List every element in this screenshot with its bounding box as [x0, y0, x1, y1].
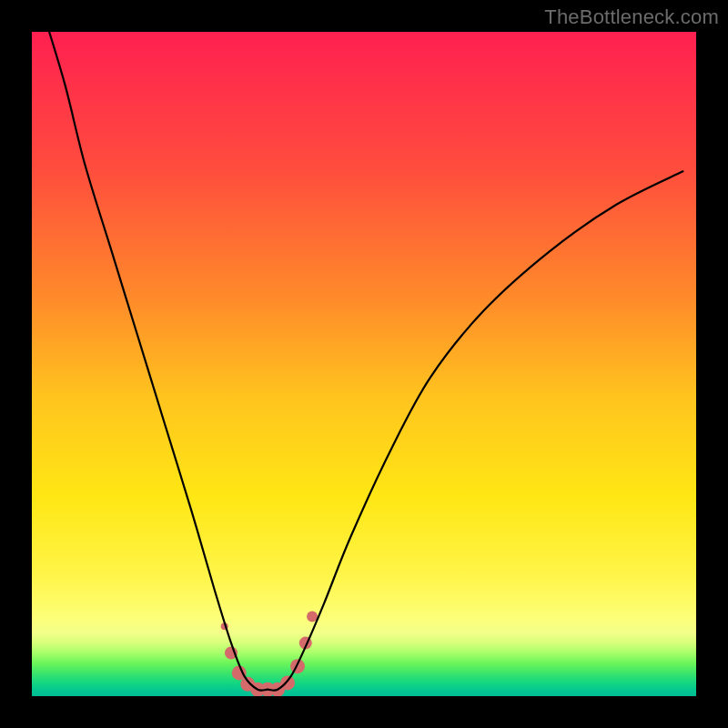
bottleneck-chart [32, 32, 696, 696]
chart-frame: TheBottleneck.com [0, 0, 728, 728]
gradient-background [32, 32, 696, 696]
plot-area [32, 32, 696, 696]
marker-dot [280, 675, 295, 690]
marker-dot [290, 659, 305, 673]
watermark-text: TheBottleneck.com [544, 5, 719, 29]
